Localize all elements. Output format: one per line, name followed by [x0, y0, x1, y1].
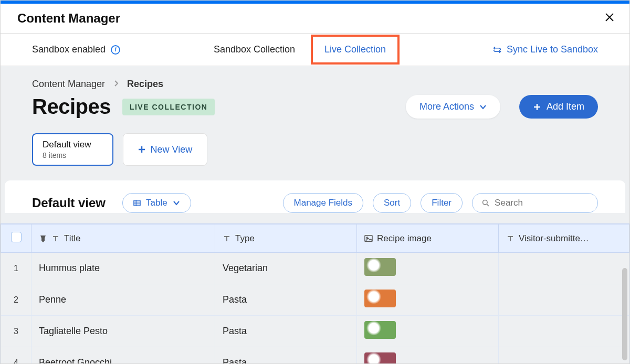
close-button[interactable]	[604, 12, 615, 25]
tab-live-collection[interactable]: Live Collection	[311, 35, 400, 65]
sync-label: Sync Live to Sandbox	[507, 44, 598, 55]
column-header-visitor-submitted[interactable]: Visitor-submitte…	[499, 224, 629, 253]
breadcrumb-current: Recipes	[127, 79, 163, 90]
chevron-down-icon	[479, 103, 487, 111]
view-mode-select[interactable]: Table	[122, 193, 191, 213]
live-collection-badge: LIVE COLLECTION	[122, 99, 215, 115]
column-header-type[interactable]: Type	[215, 224, 357, 253]
column-header-title[interactable]: Title	[32, 224, 215, 253]
cell-title[interactable]: Hummus plate	[32, 253, 215, 284]
more-actions-button[interactable]: More Actions	[406, 95, 500, 119]
view-mode-label: Table	[146, 198, 167, 208]
text-field-icon	[223, 234, 231, 243]
view-toolbar: Default view Table Manage Fields Sort Fi…	[32, 193, 598, 213]
text-field-icon	[506, 234, 514, 243]
view-chip-default[interactable]: Default view 8 items	[32, 133, 113, 166]
recipe-thumbnail	[364, 290, 396, 307]
manage-fields-button[interactable]: Manage Fields	[283, 193, 364, 213]
row-number: 4	[1, 347, 32, 365]
plus-icon	[533, 103, 541, 111]
table-row[interactable]: 1Hummus plateVegetarian	[1, 253, 629, 284]
search-icon	[482, 199, 489, 207]
more-actions-label: More Actions	[419, 101, 474, 112]
select-all-checkbox[interactable]	[11, 232, 22, 242]
chevron-right-icon	[113, 79, 119, 90]
data-table: Title Type Recipe image	[1, 223, 629, 364]
add-item-button[interactable]: Add Item	[519, 95, 598, 119]
sandbox-status: Sandbox enabled i	[32, 44, 120, 55]
view-title: Default view	[32, 196, 106, 210]
cell-visitor-submitted[interactable]	[499, 284, 629, 316]
subheader: Sandbox enabled i Sandbox Collection Liv…	[1, 34, 629, 66]
row-number: 3	[1, 316, 32, 347]
new-view-label: New View	[151, 144, 193, 155]
cell-recipe-image[interactable]	[357, 316, 499, 347]
cell-title[interactable]: Penne	[32, 284, 215, 316]
table-icon	[133, 199, 141, 207]
content-panel: Default view Table Manage Fields Sort Fi…	[5, 180, 625, 213]
recipe-thumbnail	[364, 352, 396, 364]
close-icon	[604, 12, 615, 23]
svg-rect-0	[134, 200, 140, 206]
filter-button[interactable]: Filter	[421, 193, 463, 213]
cell-type[interactable]: Pasta	[215, 316, 357, 347]
column-visitor-label: Visitor-submitte…	[519, 233, 589, 244]
column-header-checkbox[interactable]	[1, 224, 32, 253]
sandbox-status-text: Sandbox enabled	[32, 44, 106, 55]
cell-title[interactable]: Beetroot Gnocchi	[32, 347, 215, 365]
chevron-down-icon	[173, 199, 180, 207]
cell-recipe-image[interactable]	[357, 284, 499, 316]
table-row[interactable]: 4Beetroot GnocchiPasta	[1, 347, 629, 365]
collection-tabs: Sandbox Collection Live Collection	[120, 35, 493, 65]
add-item-label: Add Item	[547, 101, 584, 112]
cell-type[interactable]: Vegetarian	[215, 253, 357, 284]
cell-visitor-submitted[interactable]	[499, 253, 629, 284]
table-row[interactable]: 2PennePasta	[1, 284, 629, 316]
row-number: 2	[1, 284, 32, 316]
column-header-recipe-image[interactable]: Recipe image	[357, 224, 499, 253]
cell-visitor-submitted[interactable]	[499, 347, 629, 365]
breadcrumb: Content Manager Recipes	[32, 79, 598, 90]
column-title-label: Title	[64, 233, 81, 244]
recipe-thumbnail	[364, 258, 396, 276]
body: Content Manager Recipes Recipes LIVE COL…	[1, 66, 629, 364]
sync-live-to-sandbox[interactable]: Sync Live to Sandbox	[493, 44, 598, 55]
app-title: Content Manager	[17, 11, 120, 26]
cell-visitor-submitted[interactable]	[499, 316, 629, 347]
info-icon[interactable]: i	[111, 45, 120, 55]
plus-icon	[138, 146, 145, 153]
scrollbar[interactable]	[622, 268, 627, 360]
column-type-label: Type	[235, 233, 255, 244]
text-field-icon	[51, 234, 60, 243]
views-row: Default view 8 items New View	[32, 133, 598, 166]
image-icon	[364, 234, 373, 243]
cell-recipe-image[interactable]	[357, 253, 499, 284]
cell-type[interactable]: Pasta	[215, 347, 357, 365]
sync-icon	[493, 46, 501, 54]
row-number: 1	[1, 253, 32, 284]
column-image-label: Recipe image	[377, 233, 432, 244]
search-input[interactable]	[495, 198, 588, 208]
cell-title[interactable]: Tagliatelle Pesto	[32, 316, 215, 347]
title-bar: Recipes LIVE COLLECTION More Actions Add…	[32, 95, 598, 119]
tab-sandbox-collection[interactable]: Sandbox Collection	[214, 44, 295, 55]
cell-type[interactable]: Pasta	[215, 284, 357, 316]
cell-recipe-image[interactable]	[357, 347, 499, 365]
search-field[interactable]	[472, 193, 598, 213]
breadcrumb-root[interactable]: Content Manager	[32, 79, 105, 90]
svg-point-4	[483, 200, 488, 205]
view-chip-count: 8 items	[43, 151, 91, 159]
view-chip-name: Default view	[43, 140, 91, 150]
table-row[interactable]: 3Tagliatelle PestoPasta	[1, 316, 629, 347]
new-view-button[interactable]: New View	[123, 133, 208, 166]
recipe-thumbnail	[364, 321, 396, 339]
pin-icon	[39, 234, 47, 243]
sort-button[interactable]: Sort	[373, 193, 411, 213]
page-title: Recipes	[32, 95, 111, 119]
app-header: Content Manager	[1, 4, 629, 34]
